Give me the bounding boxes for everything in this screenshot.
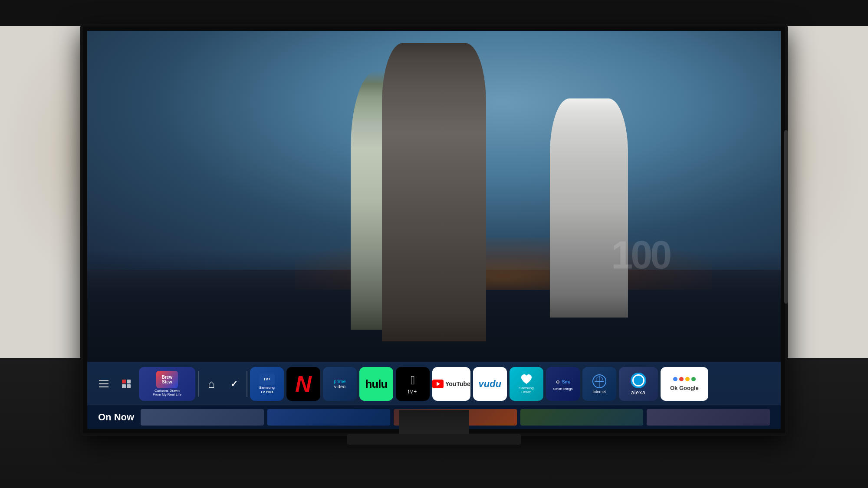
app-samsung-health[interactable]: SamsungHealth: [510, 367, 543, 401]
prime-video-logo: primevideo: [334, 379, 346, 389]
svg-rect-2: [122, 384, 126, 388]
hulu-logo: hulu: [365, 377, 388, 391]
app-netflix[interactable]: N: [286, 367, 320, 401]
tv-bezel: SAMSUNG 100: [83, 26, 785, 433]
on-now-label: On Now: [98, 412, 134, 423]
tv-stand-base: [347, 434, 521, 445]
youtube-logo: YouTube: [432, 380, 470, 388]
youtube-text: YouTube: [445, 380, 470, 387]
app-bar: BrewStew Cartoons DrawnFrom My Real-Life…: [87, 362, 781, 406]
app-vudu[interactable]: vudu: [473, 367, 507, 401]
menu-nav-icon[interactable]: [94, 362, 114, 406]
on-now-thumb-2[interactable]: [267, 409, 391, 426]
app-alexa[interactable]: alexa: [619, 367, 658, 401]
app-hulu[interactable]: hulu: [359, 367, 393, 401]
tv-stand-neck: [399, 410, 469, 436]
alexa-logo: alexa: [631, 373, 646, 396]
universal-guide-icon[interactable]: [116, 362, 136, 406]
on-now-thumb-1[interactable]: [141, 409, 264, 426]
tv-frame: SAMSUNG 100: [80, 24, 788, 436]
home-icon: ⌂: [208, 377, 215, 391]
svg-rect-1: [127, 380, 131, 383]
character-right: [550, 98, 628, 318]
ok-google-text: Ok Google: [670, 385, 699, 391]
ok-google-logo: Ok Google: [670, 377, 699, 391]
check-icon: ✓: [230, 379, 238, 389]
wall-light-right: [781, 24, 868, 284]
samsung-tv-plus-logo: TV+: [259, 373, 275, 385]
tv-screen: 100: [87, 31, 781, 429]
divider-1: [198, 371, 199, 397]
svg-rect-3: [127, 384, 131, 388]
app-smartthings[interactable]: ⊙ SmartThings SmartThings: [546, 367, 580, 401]
smartthings-logo: ⊙ SmartThings SmartThings: [553, 377, 572, 391]
app-samsung-tv-plus[interactable]: TV+ SamsungTV Plus: [250, 367, 284, 401]
svg-text:⊙: ⊙: [556, 380, 559, 384]
on-now-thumb-5[interactable]: [647, 409, 770, 426]
apple-tv-logo:  tv+: [408, 373, 418, 395]
netflix-logo: N: [295, 371, 312, 397]
svg-rect-0: [122, 380, 126, 383]
wall-light-left: [0, 24, 87, 284]
home-nav-icon[interactable]: ⌂: [201, 362, 221, 406]
alexa-ring-icon: [632, 374, 644, 386]
app-apple-tv[interactable]:  tv+: [396, 367, 430, 401]
youtube-play-icon: [432, 380, 444, 388]
character-center: [382, 43, 486, 342]
app-internet[interactable]: Internet: [582, 367, 616, 401]
samsung-tv-plus-label: SamsungTV Plus: [259, 386, 275, 394]
recent-nav-icon[interactable]: ✓: [224, 362, 244, 406]
app-brew-stew[interactable]: BrewStew Cartoons DrawnFrom My Real-Life…: [139, 367, 195, 401]
svg-marker-4: [437, 382, 440, 386]
power-cord: [784, 130, 788, 304]
samsung-health-logo: SamsungHealth: [519, 373, 534, 394]
room-background: SAMSUNG 100: [0, 0, 868, 488]
google-dots: [673, 377, 696, 381]
vudu-logo: vudu: [479, 378, 502, 390]
on-now-thumb-4[interactable]: [520, 409, 644, 426]
alexa-circle-icon: [631, 373, 646, 388]
wall-top: [0, 0, 868, 26]
app-youtube[interactable]: YouTube: [432, 367, 470, 401]
channel-number: 100: [611, 233, 670, 278]
hamburger-icon: [99, 380, 108, 387]
app-ok-google[interactable]: Ok Google: [661, 367, 708, 401]
divider-2: [247, 371, 247, 397]
app-prime-video[interactable]: primevideo: [323, 367, 357, 401]
internet-logo: Internet: [592, 374, 606, 394]
svg-text:SmartThings: SmartThings: [562, 380, 570, 384]
alexa-label: alexa: [631, 390, 646, 396]
